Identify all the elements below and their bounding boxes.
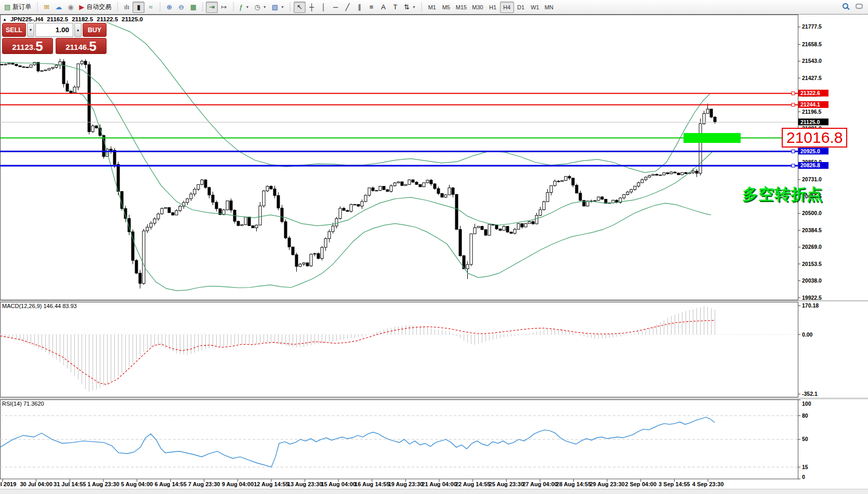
clock-icon: ◷ xyxy=(254,4,260,10)
crosshair-icon: ┼ xyxy=(309,4,314,10)
buy-price: 21146 xyxy=(65,41,87,53)
rsi-label: RSI(14) 71.3620 xyxy=(2,400,44,407)
sell-price-tile[interactable]: 21123 . 5 xyxy=(2,38,53,54)
timeframe-D1[interactable]: D1 xyxy=(514,2,528,13)
ohlc-open: 21162.5 xyxy=(47,16,68,22)
timeframe-MN[interactable]: MN xyxy=(542,2,556,13)
horizontal-line-icon: ─ xyxy=(333,4,338,10)
toolbar-right-icons xyxy=(843,3,863,9)
toolbar-group-handle xyxy=(289,3,292,12)
time-axis-label: 13 Aug 23:30 xyxy=(287,481,322,487)
periods-button[interactable]: ◷▼ xyxy=(252,2,269,13)
chart-shift-button[interactable]: ↦ xyxy=(218,2,230,13)
turning-point-note[interactable]: 多空转折点 xyxy=(742,184,823,205)
vertical-line-button[interactable]: │ xyxy=(318,2,330,13)
volume-input[interactable]: 1.00 xyxy=(35,23,73,37)
tile-windows-button[interactable]: ▦ xyxy=(187,2,199,13)
fibonacci-icon: ≡ xyxy=(370,4,374,10)
play-icon: ▶ xyxy=(79,4,84,10)
new-order-button-label: 新订单 xyxy=(12,3,31,11)
time-axis-label: 28 Aug 14:55 xyxy=(556,481,591,487)
bar-chart-button[interactable]: ılı xyxy=(121,2,133,13)
zoom-in-button[interactable]: ⊕ xyxy=(163,2,175,13)
chevron-down-icon: ▼ xyxy=(412,5,416,9)
time-axis-label: 12 Aug 14:55 xyxy=(254,481,288,487)
chevron-down-icon: ▼ xyxy=(246,5,249,9)
trendline-button[interactable]: ╱ xyxy=(341,2,353,13)
search-icon[interactable] xyxy=(843,3,848,9)
zoom-out-icon: ⊖ xyxy=(178,4,184,10)
line-chart-button[interactable]: ≈ xyxy=(144,2,156,13)
cursor-icon: ↖ xyxy=(297,4,303,10)
time-axis-label: 8 Jul 2019 xyxy=(0,481,16,487)
price-callout-box[interactable]: 21016.8 xyxy=(782,128,847,148)
zoom-out-button[interactable]: ⊖ xyxy=(175,2,187,13)
time-axis-label: 9 Aug 04:00 xyxy=(222,481,254,487)
crosshair-button[interactable]: ┼ xyxy=(306,2,318,13)
chevron-down-icon: ▼ xyxy=(263,5,267,9)
timeframe-M15[interactable]: M15 xyxy=(453,2,469,13)
templates-button[interactable]: ▧▼ xyxy=(269,2,287,13)
cloud-button[interactable]: ☁ xyxy=(52,2,64,13)
timeframe-M5[interactable]: M5 xyxy=(439,2,453,13)
volume-increment-button[interactable]: ▲ xyxy=(74,23,82,37)
label-button[interactable]: T xyxy=(389,2,401,13)
time-axis-label: 3 Sep 14:55 xyxy=(659,481,690,487)
trendline-icon: ╱ xyxy=(346,4,350,10)
time-axis-label: 2 Sep 04:00 xyxy=(625,481,656,487)
tile-windows-icon: ▦ xyxy=(190,4,196,10)
symbol-timeframe: JPN225-,H4 xyxy=(10,16,43,22)
timeframe-M30[interactable]: M30 xyxy=(469,2,485,13)
time-axis-label: 6 Aug 14:55 xyxy=(154,481,186,487)
text-button[interactable]: A xyxy=(377,2,389,13)
one-click-trading-panel: SELL ▼ 1.00 ▲ BUY 21123 . 5 21146 . 5 xyxy=(2,23,107,54)
toolbar: ▤新订单✉☁◉▶自动交易ılı▮≈⊕⊖▦⇥↦ƒ▼◷▼▧▼↖┼│─╱∥≡AT⇅▼M… xyxy=(0,0,868,15)
toolbar-group-handle xyxy=(201,3,204,12)
bar-chart-icon: ılı xyxy=(124,4,129,10)
time-axis-label: 21 Aug 04:00 xyxy=(422,481,456,487)
arrow-tools-button[interactable]: ⇅▼ xyxy=(401,2,418,13)
sell-button[interactable]: SELL xyxy=(2,23,26,37)
time-axis-label: 25 Aug 23:30 xyxy=(489,481,524,487)
volume-decrement-button[interactable]: ▼ xyxy=(27,23,34,37)
horizontal-line-button[interactable]: ─ xyxy=(330,2,341,13)
broadcast-button[interactable]: ◉ xyxy=(64,2,76,13)
chat-icon[interactable] xyxy=(856,4,863,9)
mt4-window: 21777.521658.521543.021427.521312.021196… xyxy=(0,0,868,494)
time-axis[interactable]: 8 Jul 201930 Jul 04:0031 Jul 14:551 Aug … xyxy=(0,480,868,489)
toolbar-group-handle xyxy=(420,3,423,12)
mail-button[interactable]: ✉ xyxy=(41,2,52,13)
auto-scroll-button[interactable]: ⇥ xyxy=(206,2,218,13)
time-axis-label: 22 Aug 14:55 xyxy=(455,481,490,487)
candlestick-button[interactable]: ▮ xyxy=(133,2,144,13)
timeframe-M1[interactable]: M1 xyxy=(425,2,439,13)
indicators-button[interactable]: ƒ▼ xyxy=(236,2,252,13)
zoom-in-icon: ⊕ xyxy=(166,4,172,10)
cursor-button[interactable]: ↖ xyxy=(294,2,306,13)
timeframe-H4[interactable]: H4 xyxy=(500,2,514,13)
channel-icon: ∥ xyxy=(358,4,361,10)
buy-button[interactable]: BUY xyxy=(83,23,107,37)
label-icon: T xyxy=(393,4,398,10)
auto-scroll-icon: ⇥ xyxy=(209,4,215,10)
auto-trading-button-label: 自动交易 xyxy=(86,3,111,11)
price-axis[interactable] xyxy=(798,15,868,480)
sell-price: 21123 xyxy=(12,41,33,53)
channel-button[interactable]: ∥ xyxy=(353,2,365,13)
timeframe-W1[interactable]: W1 xyxy=(528,2,542,13)
timeframe-H1[interactable]: H1 xyxy=(486,2,500,13)
toolbar-group-handle xyxy=(116,3,119,12)
auto-trading-button[interactable]: ▶自动交易 xyxy=(76,2,114,13)
time-axis-label: 19 Aug 23:30 xyxy=(388,481,423,487)
time-axis-label: 27 Aug 04:00 xyxy=(522,481,557,487)
chart-canvas[interactable]: 21777.521658.521543.021427.521312.021196… xyxy=(0,0,868,494)
arrow-tools-icon: ⇅ xyxy=(404,4,410,10)
new-order-icon: ▤ xyxy=(4,4,10,10)
time-axis-label: 30 Jul 04:00 xyxy=(20,481,52,487)
new-order-button[interactable]: ▤新订单 xyxy=(2,2,34,13)
vertical-line-icon: │ xyxy=(321,4,325,10)
toolbar-group-handle xyxy=(36,3,38,12)
fibonacci-button[interactable]: ≡ xyxy=(365,2,377,13)
time-axis-label: 29 Aug 23:30 xyxy=(589,481,624,487)
buy-price-tile[interactable]: 21146 . 5 xyxy=(56,38,107,54)
